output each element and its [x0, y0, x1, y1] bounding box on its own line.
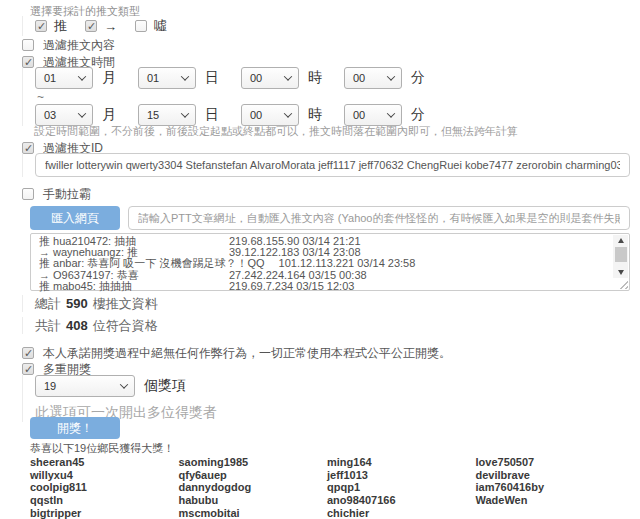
winners-grid: sheeran45 saoming1985 ming164 love750507… — [30, 456, 624, 519]
push-checkbox[interactable] — [35, 20, 47, 32]
boo-checkbox[interactable] — [135, 20, 147, 32]
filter-id-input[interactable] — [35, 153, 630, 177]
push-type-options: 推 → 噓 — [22, 16, 185, 36]
time-range-group: 01月 01日 00時 00分 ~ 03月 15日 00時 00分 — [22, 67, 447, 126]
to-hour-select[interactable]: 00 — [241, 104, 299, 126]
prize-count-select[interactable]: 19 — [35, 375, 135, 397]
scroll-down-icon[interactable] — [613, 267, 628, 278]
day-unit-label: 日 — [205, 69, 219, 87]
push-line: 推 mabo45: 抽抽抽219.69.7.234 03/15 12:03 — [39, 281, 607, 292]
winner-id: sheeran45 — [30, 456, 179, 469]
time-to-row: 03月 15日 00時 00分 — [35, 104, 447, 126]
time-from-row: 01月 01日 00時 00分 — [35, 67, 447, 89]
filter-content-row[interactable]: 過濾推文內容 — [22, 38, 115, 52]
chevron-down-icon — [120, 380, 128, 388]
day-unit-label: 日 — [205, 106, 219, 124]
prize-count-group: 19 個獎項 此選項可一次開出多位得獎者 — [22, 375, 217, 422]
winner-id: love750507 — [476, 456, 625, 469]
scroll-up-icon[interactable] — [613, 235, 628, 246]
chevron-down-icon — [387, 109, 395, 117]
winner-id: qqstln — [30, 494, 179, 507]
result-header: 恭喜以下19位鄉民獲得大獎！ — [30, 441, 174, 456]
manual-mode-checkbox[interactable] — [22, 188, 34, 200]
from-minute-select[interactable]: 00 — [344, 67, 402, 89]
winner-id: jeff1013 — [327, 469, 476, 482]
winner-id: mscmobitai — [179, 507, 328, 519]
to-minute-select[interactable]: 00 — [344, 104, 402, 126]
import-url-button[interactable]: 匯入網頁 — [30, 206, 120, 230]
boo-checkbox-label: 噓 — [154, 17, 167, 35]
chevron-down-icon — [387, 72, 395, 80]
filter-content-checkbox[interactable] — [22, 39, 34, 51]
qualified-stat: 共計408位符合資格 — [22, 317, 158, 334]
push-type-option-push[interactable]: 推 — [35, 17, 67, 35]
arrow-checkbox[interactable] — [85, 20, 97, 32]
filter-id-group — [22, 153, 630, 177]
winner-id: iam760416by — [476, 481, 625, 494]
textarea-scrollbar[interactable] — [613, 235, 628, 278]
winner-id: saoming1985 — [179, 456, 328, 469]
total-push-count: 590 — [66, 296, 88, 311]
fairness-promise-row[interactable]: 本人承諾開獎過程中絕無任何作弊行為，一切正常使用本程式公平公正開獎。 — [22, 346, 451, 360]
from-day-select[interactable]: 01 — [138, 67, 196, 89]
winner-id: bigtripper — [30, 507, 179, 519]
winner-id: ming164 — [327, 456, 476, 469]
time-range-hint: 設定時間範圍，不分前後，前後設定起點或終點都可以，推文時間落在範圍內即可，但無法… — [34, 124, 518, 139]
arrow-checkbox-label: → — [104, 19, 117, 34]
to-month-select[interactable]: 03 — [35, 104, 93, 126]
winner-id: dannydogdog — [179, 481, 328, 494]
fairness-promise-checkbox[interactable] — [22, 347, 34, 359]
push-content-textarea[interactable]: 推 hua210472: 抽抽219.68.155.90 03/14 21:21… — [30, 233, 630, 291]
hour-unit-label: 時 — [308, 69, 322, 87]
time-range-separator: ~ — [37, 90, 447, 104]
push-content-lines: 推 hua210472: 抽抽219.68.155.90 03/14 21:21… — [39, 236, 607, 292]
winner-id: willyxu4 — [30, 469, 179, 482]
resize-grip-icon[interactable] — [618, 279, 628, 289]
chevron-down-icon — [78, 109, 86, 117]
scrollbar-thumb[interactable] — [615, 247, 627, 262]
winner-id: habubu — [179, 494, 328, 507]
prize-count-unit-label: 個獎項 — [144, 377, 186, 395]
winner-id: qfy6auep — [179, 469, 328, 482]
winner-id: ano98407166 — [327, 494, 476, 507]
winner-id: devilbrave — [476, 469, 625, 482]
month-unit-label: 月 — [102, 69, 116, 87]
total-push-stat: 總計590樓推文資料 — [22, 295, 158, 312]
hour-unit-label: 時 — [308, 106, 322, 124]
chevron-down-icon — [181, 109, 189, 117]
winner-id: coolpig811 — [30, 481, 179, 494]
chevron-down-icon — [284, 72, 292, 80]
article-url-input[interactable] — [128, 206, 630, 230]
to-day-select[interactable]: 15 — [138, 104, 196, 126]
filter-content-label: 過濾推文內容 — [43, 37, 115, 54]
manual-mode-label: 手動拉霸 — [43, 186, 91, 203]
winner-id: WadeWen — [476, 494, 625, 507]
import-row: 匯入網頁 — [30, 206, 630, 230]
manual-mode-row[interactable]: 手動拉霸 — [22, 187, 91, 201]
month-unit-label: 月 — [102, 106, 116, 124]
push-type-option-boo[interactable]: 噓 — [135, 17, 167, 35]
winner-id: chichier — [327, 507, 476, 519]
chevron-down-icon — [284, 109, 292, 117]
minute-unit-label: 分 — [411, 69, 425, 87]
chevron-down-icon — [78, 72, 86, 80]
push-type-option-arrow[interactable]: → — [85, 19, 117, 34]
multi-draw-checkbox[interactable] — [22, 363, 34, 375]
draw-button[interactable]: 開獎！ — [30, 417, 120, 439]
winner-id: qpqp1 — [327, 481, 476, 494]
qualified-count: 408 — [66, 318, 88, 333]
fairness-promise-label: 本人承諾開獎過程中絕無任何作弊行為，一切正常使用本程式公平公正開獎。 — [43, 345, 451, 362]
from-hour-select[interactable]: 00 — [241, 67, 299, 89]
from-month-select[interactable]: 01 — [35, 67, 93, 89]
minute-unit-label: 分 — [411, 106, 425, 124]
push-line: 推 anbar: 恭喜阿 吸一下 沒機會踢足球？！QQ101.12.113.22… — [39, 258, 607, 269]
chevron-down-icon — [181, 72, 189, 80]
push-checkbox-label: 推 — [54, 17, 67, 35]
multi-draw-row[interactable]: 多重開獎 — [22, 362, 91, 376]
